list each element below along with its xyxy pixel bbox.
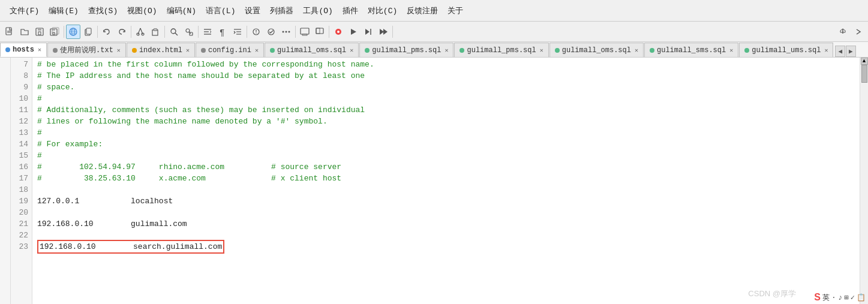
tray-check[interactable]: ✓ <box>851 293 855 302</box>
tab-label-pms1: gulimall_pms.sql <box>372 46 441 55</box>
code-line-10: # <box>37 93 860 104</box>
tab-close-oms2[interactable]: ✕ <box>633 46 639 55</box>
cut-btn[interactable] <box>133 25 148 39</box>
sep6 <box>247 26 247 38</box>
line-num-20: 20 <box>11 207 28 218</box>
tab-next-btn[interactable]: ▶ <box>846 46 856 57</box>
tab-dot-config <box>201 48 206 53</box>
web-btn[interactable] <box>66 25 80 39</box>
sep7 <box>295 26 296 38</box>
menu-lang[interactable]: 语言(L) <box>201 3 240 19</box>
dots-btn[interactable] <box>279 25 293 39</box>
menu-view[interactable]: 视图(O) <box>122 3 161 19</box>
save-all-btn[interactable] <box>47 25 62 39</box>
tab-sms[interactable]: gulimall_sms.sql ✕ <box>644 43 738 57</box>
save-btn[interactable] <box>32 25 47 39</box>
monitor2-btn[interactable] <box>313 25 327 39</box>
menu-tools[interactable]: 工具(O) <box>298 3 337 19</box>
tab-oms[interactable]: gulimall_oms.sql ✕ <box>265 43 359 57</box>
tab-close-oms[interactable]: ✕ <box>349 46 355 55</box>
line-num-21: 21 <box>11 218 28 230</box>
tab-close-config[interactable]: ✕ <box>254 46 260 55</box>
svg-point-42 <box>286 31 287 32</box>
tab-label-oms2: gulimall_oms.sql <box>562 46 631 55</box>
scroll-track[interactable] <box>861 65 867 304</box>
tab-label-pms2: gulimall_pms.sql <box>467 46 536 55</box>
menu-compare[interactable]: 对比(C) <box>363 3 402 19</box>
play-btn[interactable] <box>346 25 361 39</box>
tab-close-hosts[interactable]: ✕ <box>37 46 43 54</box>
left-gutter <box>0 58 11 304</box>
svg-rect-8 <box>53 32 55 35</box>
open-file-btn[interactable] <box>17 25 32 39</box>
svg-point-23 <box>171 29 176 34</box>
redo-btn[interactable] <box>115 25 129 39</box>
pin-btn[interactable] <box>836 25 850 39</box>
sogou-icon: S <box>814 292 821 303</box>
toolbar-right <box>836 25 866 39</box>
tab-readme[interactable]: 使用前说明.txt ✕ <box>47 43 126 57</box>
line-num-13: 13 <box>11 127 28 139</box>
code-line-16: # 102.54.94.97 rhino.acme.com # source s… <box>37 161 860 173</box>
tab-hosts[interactable]: hosts ✕ <box>0 43 47 57</box>
skip-btn[interactable] <box>361 25 376 39</box>
menu-col[interactable]: 列插器 <box>265 3 298 19</box>
tray-music[interactable]: ♪ <box>838 293 843 302</box>
fast-forward-btn[interactable] <box>376 25 391 39</box>
watermark: CSDN @厚学 <box>748 288 796 299</box>
tab-dot-index <box>132 48 137 53</box>
svg-marker-54 <box>383 29 388 35</box>
svg-point-49 <box>337 31 340 33</box>
arrow-right-btn[interactable] <box>851 25 866 39</box>
menu-about[interactable]: 关于 <box>443 3 468 19</box>
tab-close-pms1[interactable]: ✕ <box>443 46 449 55</box>
pilcrow-btn[interactable]: ¶ <box>215 25 230 39</box>
scroll-up-btn[interactable]: ▲ <box>861 58 868 65</box>
menu-encode[interactable]: 编码(N) <box>162 3 201 19</box>
tab-close-pms2[interactable]: ✕ <box>539 46 545 55</box>
code-area[interactable]: # be placed in the first column followed… <box>32 58 860 304</box>
tab-pms2[interactable]: gulimall_pms.sql ✕ <box>454 43 548 57</box>
svg-rect-4 <box>38 28 41 31</box>
tray-lang[interactable]: 英 <box>822 293 830 303</box>
tab-label-sms: gulimall_sms.sql <box>657 46 726 55</box>
tab-close-sms[interactable]: ✕ <box>728 46 734 55</box>
align-btn[interactable] <box>200 25 215 39</box>
tab-pms1[interactable]: gulimall_pms.sql ✕ <box>359 43 453 57</box>
undo-btn[interactable] <box>100 25 114 39</box>
scroll-thumb[interactable] <box>861 65 867 83</box>
tab-ums[interactable]: gulimall_ums.sql ✕ <box>739 43 833 57</box>
tab-label-index: index.html <box>139 46 182 55</box>
menu-plugins[interactable]: 插件 <box>338 3 363 19</box>
menu-settings[interactable]: 设置 <box>240 3 265 19</box>
paste-btn[interactable] <box>148 25 163 39</box>
tray-extra[interactable]: 📋 <box>857 293 866 302</box>
tab-config[interactable]: config.ini ✕ <box>196 43 264 57</box>
menu-find[interactable]: 查找(S) <box>83 3 122 19</box>
tray-grid[interactable]: ⊞ <box>845 293 849 302</box>
tab-oms2[interactable]: gulimall_oms.sql ✕ <box>549 43 644 57</box>
scrollbar-right[interactable]: ▲ ▼ <box>860 58 868 304</box>
record-btn[interactable] <box>331 25 346 39</box>
line-num-19: 19 <box>11 195 28 207</box>
tab-close-readme[interactable]: ✕ <box>116 46 122 55</box>
copy-path-btn[interactable] <box>81 25 95 39</box>
menu-feedback[interactable]: 反馈注册 <box>402 3 443 19</box>
tab-close-index[interactable]: ✕ <box>185 46 191 55</box>
circle-btn1[interactable] <box>249 25 263 39</box>
indent-btn[interactable] <box>230 25 245 39</box>
tab-dot-sms <box>650 48 654 53</box>
menu-edit[interactable]: 编辑(E) <box>44 3 83 19</box>
menu-file[interactable]: 文件(F) <box>5 3 44 19</box>
line-num-16: 16 <box>11 161 28 173</box>
new-file-btn[interactable] <box>2 25 17 39</box>
svg-marker-51 <box>365 29 370 35</box>
tab-prev-btn[interactable]: ◀ <box>835 46 845 57</box>
tab-close-ums[interactable]: ✕ <box>823 46 829 55</box>
circle-btn2[interactable] <box>264 25 278 39</box>
replace-btn[interactable] <box>182 25 196 39</box>
monitor-btn[interactable] <box>298 25 312 39</box>
system-tray: S 英 · ♪ ⊞ ✓ 📋 <box>814 292 866 303</box>
find-btn[interactable] <box>167 25 181 39</box>
tab-index[interactable]: index.html ✕ <box>127 43 195 57</box>
